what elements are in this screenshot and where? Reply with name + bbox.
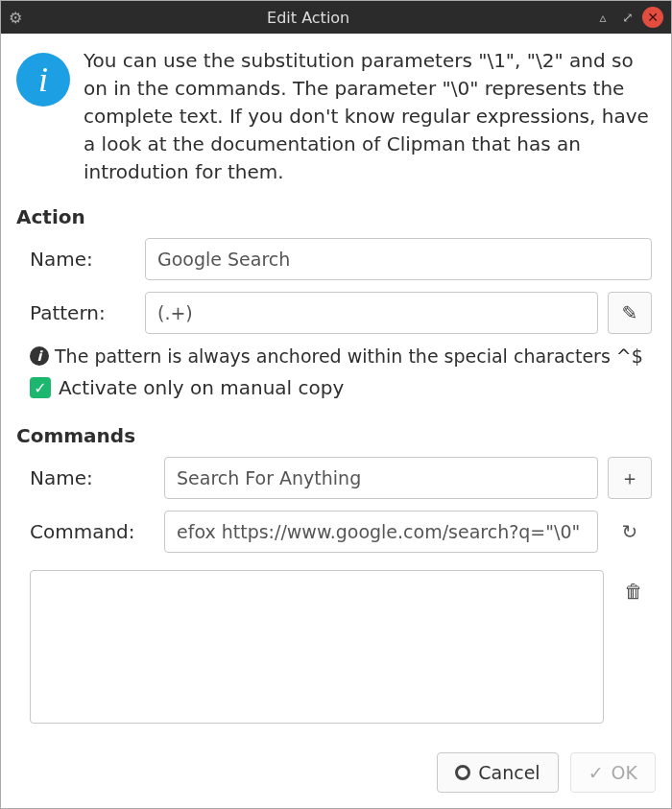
command-name-label: Name: — [30, 466, 155, 489]
window-shade-icon[interactable]: ▵ — [592, 7, 613, 28]
ok-button[interactable]: ✓ OK — [570, 752, 656, 793]
cancel-button[interactable]: Cancel — [437, 752, 558, 793]
edit-pattern-button[interactable]: ✎ — [608, 292, 652, 334]
window-maximize-icon[interactable]: ⤢ — [617, 7, 638, 28]
add-command-button[interactable]: ＋ — [608, 457, 652, 499]
commands-section-header: Commands — [16, 424, 656, 447]
trash-icon: 🗑 — [624, 580, 643, 603]
window-title: Edit Action — [28, 9, 588, 27]
activate-checkbox[interactable]: ✓ — [30, 377, 51, 398]
pencil-icon: ✎ — [622, 301, 638, 324]
refresh-command-button[interactable]: ↻ — [608, 511, 652, 553]
action-pattern-input[interactable] — [145, 292, 598, 334]
delete-command-button[interactable]: 🗑 — [612, 570, 656, 612]
action-section-header: Action — [16, 205, 656, 228]
activate-label: Activate only on manual copy — [59, 376, 344, 399]
action-name-input[interactable] — [145, 238, 652, 280]
refresh-icon: ↻ — [622, 520, 638, 543]
command-name-input[interactable] — [164, 457, 598, 499]
command-label: Command: — [30, 520, 155, 543]
plus-icon: ＋ — [620, 465, 639, 491]
info-mini-icon: i — [30, 346, 49, 366]
info-icon: i — [16, 53, 70, 107]
close-icon[interactable]: ✕ — [642, 7, 663, 28]
gear-icon[interactable]: ⚙ — [9, 9, 22, 27]
check-icon: ✓ — [588, 762, 604, 783]
edit-action-dialog: ⚙ Edit Action ▵ ⤢ ✕ i You can use the su… — [0, 0, 672, 809]
commands-listbox[interactable] — [30, 570, 604, 724]
command-input[interactable] — [164, 511, 598, 553]
titlebar[interactable]: ⚙ Edit Action ▵ ⤢ ✕ — [1, 1, 671, 34]
action-pattern-label: Pattern: — [30, 301, 135, 324]
intro-text: You can use the substitution parameters … — [84, 47, 656, 186]
action-name-label: Name: — [30, 248, 135, 271]
pattern-note: The pattern is always anchored within th… — [55, 345, 643, 367]
cancel-icon — [455, 765, 470, 780]
